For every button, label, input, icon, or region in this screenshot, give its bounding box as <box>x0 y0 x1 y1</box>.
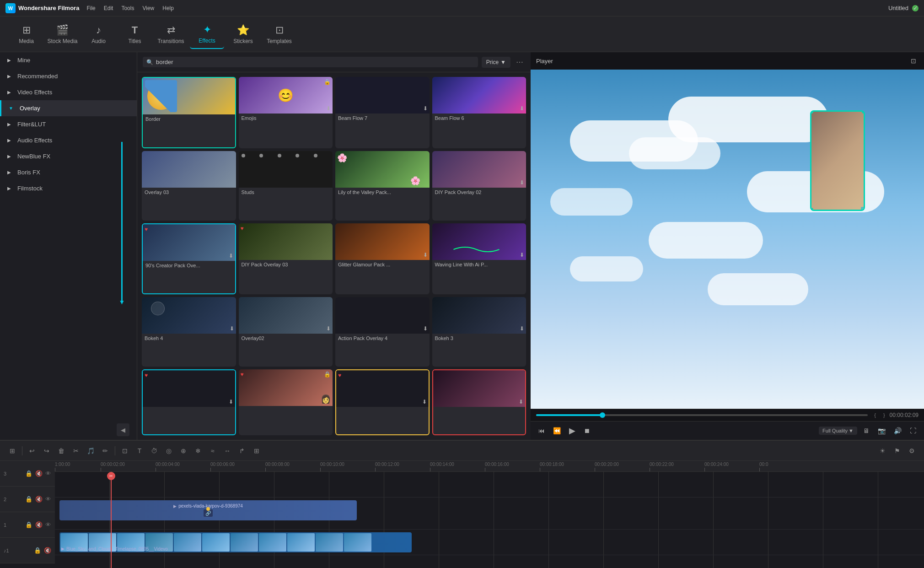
track-visible-button[interactable]: 👁 <box>45 470 51 477</box>
fullscreen-button[interactable]: ⛶ <box>908 426 919 436</box>
effect-card-waving[interactable]: ⬇ Waving Line With Ai P... <box>432 223 526 295</box>
search-input[interactable] <box>156 59 474 65</box>
effect-card-lily[interactable]: 🌸 🌸 Lily of the Valley Pack... <box>335 151 430 221</box>
effect-card-dark2[interactable]: ♥ ⬇ <box>335 369 430 435</box>
effect-card-glitter[interactable]: ⬇ Glitter Glamour Pack ... <box>335 223 430 295</box>
effect-card-diypack02[interactable]: ⬇ DIY Pack Overlay 02 <box>432 151 526 221</box>
sidebar-item-audio-effects[interactable]: ▶ Audio Effects <box>0 132 137 148</box>
split-button[interactable]: ✂ <box>69 444 83 457</box>
snapshot-button[interactable]: 📷 <box>876 426 888 436</box>
menu-tools[interactable]: Tools <box>121 5 134 11</box>
track-visible-button[interactable]: 👁 <box>45 496 51 503</box>
track-lock-button[interactable]: 🔒 <box>34 547 41 554</box>
effect-card-studs[interactable]: Studs <box>239 151 333 221</box>
collapse-panel-button[interactable]: ◀ <box>117 423 129 436</box>
playhead-handle[interactable]: ✂ <box>107 472 115 480</box>
track-lock-button[interactable]: 🔒 <box>25 496 32 503</box>
transform-button[interactable]: ⊕ <box>177 444 190 457</box>
arrow-icon: ▶ <box>7 90 11 95</box>
track-audio-button[interactable]: 🔇 <box>35 521 43 528</box>
effect-card-border[interactable]: Border <box>142 77 236 148</box>
redo-button[interactable]: ↪ <box>40 444 54 457</box>
effect-card-bokeh3[interactable]: ⬇ Bokeh 3 <box>432 297 526 367</box>
toolbar-effects[interactable]: ✦ Effects <box>190 20 224 49</box>
sidebar-item-recommended[interactable]: ▶ Recommended <box>0 68 137 84</box>
stabilize-button[interactable]: ◎ <box>162 444 176 457</box>
menu-help[interactable]: Help <box>162 5 174 11</box>
toolbar-stock-label: Stock Media <box>47 38 77 44</box>
track-lock-button[interactable]: 🔒 <box>25 470 32 477</box>
flag-button[interactable]: ⚑ <box>890 444 904 457</box>
play-button[interactable]: ▶ <box>567 424 578 437</box>
effect-card-dark1[interactable]: ♥ ⬇ <box>142 369 236 435</box>
phone-overlay[interactable] <box>810 110 865 211</box>
display-button[interactable]: 🖥 <box>861 426 872 436</box>
track-lock-button[interactable]: 🔒 <box>25 521 32 528</box>
toolbar-transitions[interactable]: ⇄ Transitions <box>154 20 188 49</box>
progress-thumb[interactable] <box>600 412 605 418</box>
track-audio-button[interactable]: 🔇 <box>44 547 51 554</box>
sidebar-item-filmstock[interactable]: ▶ Filmstock <box>0 180 137 196</box>
sidebar-item-overlay[interactable]: ▼ Overlay <box>0 100 137 116</box>
delete-button[interactable]: 🗑 <box>54 444 68 457</box>
multi-select-button[interactable]: ⊞ <box>250 444 263 457</box>
toolbar-media[interactable]: ⊞ Media <box>9 20 43 49</box>
menu-edit[interactable]: Edit <box>104 5 113 11</box>
menu-file[interactable]: File <box>86 5 95 11</box>
toolbar-audio[interactable]: ♪ Audio <box>81 20 116 49</box>
more-options-button[interactable]: ⋯ <box>514 56 525 68</box>
sidebar-item-filter-lut[interactable]: ▶ Filter&LUT <box>0 116 137 132</box>
quality-selector[interactable]: Full Quality ▼ <box>819 427 857 435</box>
effect-card-actionpack[interactable]: ⬇ Action Pack Overlay 4 <box>335 297 430 367</box>
track-label: 2 <box>4 497 6 502</box>
sidebar-item-boris[interactable]: ▶ Boris FX <box>0 164 137 180</box>
effect-card-pink[interactable]: ⬇ <box>432 369 526 435</box>
effect-card-bokeh4[interactable]: ⬇ Bokeh 4 <box>142 297 236 367</box>
effect-card-overlay03[interactable]: Overlay 03 <box>142 151 236 221</box>
audio-detach-button[interactable]: 🎵 <box>84 444 97 457</box>
effect-name: Lily of the Valley Pack... <box>335 188 430 197</box>
sidebar-item-video-effects[interactable]: ▶ Video Effects <box>0 84 137 100</box>
track-audio-button[interactable]: 🔇 <box>35 470 43 477</box>
forward-button[interactable]: ↱ <box>235 444 249 457</box>
progress-bar[interactable] <box>536 414 868 416</box>
audio-button[interactable]: 🔊 <box>892 426 904 436</box>
effect-card-overlay02b[interactable]: ⬇ Overlay02 <box>239 297 333 367</box>
playhead[interactable]: ✂ <box>111 472 112 568</box>
player-expand-button[interactable]: ⊡ <box>908 56 919 66</box>
settings-button[interactable]: ⚙ <box>905 444 919 457</box>
effect-card-woman[interactable]: ♥ 🔒 👩 <box>239 369 333 435</box>
stop-button[interactable]: ⏹ <box>581 426 592 436</box>
sidebar-item-newblue[interactable]: ▶ NewBlue FX <box>0 148 137 164</box>
pen-button[interactable]: ✏ <box>98 444 112 457</box>
effect-card-beam6[interactable]: ⬇ Beam Flow 6 <box>432 77 526 148</box>
toolbar-templates[interactable]: ⊡ Templates <box>262 20 296 49</box>
freeze-button[interactable]: ❄ <box>191 444 205 457</box>
toolbar-stock-media[interactable]: 🎬 Stock Media <box>45 20 80 49</box>
arrow-edit-button[interactable]: ↔ <box>220 444 234 457</box>
menu-view[interactable]: View <box>142 5 154 11</box>
effect-card-diypack03[interactable]: ♥ DIY Pack Overlay 03 <box>239 223 333 295</box>
step-back-button[interactable]: ⏪ <box>551 426 563 436</box>
video-clip-2[interactable]: ▶ pexels-vlada-karpov-d-9368974 🔗 <box>59 500 357 521</box>
track-audio-button[interactable]: 🔇 <box>35 496 43 503</box>
undo-button[interactable]: ↩ <box>25 444 39 457</box>
track-visible-button[interactable]: 👁 <box>45 521 51 528</box>
speed-button[interactable]: ⏱ <box>147 444 161 457</box>
download-icon: ⬇ <box>423 252 428 258</box>
brightness-button[interactable]: ☀ <box>876 444 889 457</box>
effect-card-creator90[interactable]: ♥ ⬇ 90's Creator Pack Ove... <box>142 223 236 295</box>
sidebar-item-mine[interactable]: ▶ Mine <box>0 52 137 68</box>
effect-name: Action Pack Overlay 4 <box>335 334 430 343</box>
toolbar-titles[interactable]: T Titles <box>118 20 152 49</box>
video-clip-1[interactable]: ▶ Blue_Sky_and_Clouds_Timelapse_0895__Vi… <box>59 532 412 552</box>
effect-card-emojis[interactable]: 🔒 😊 ⬇ Emojis <box>239 77 333 148</box>
price-filter-button[interactable]: Price ▼ <box>482 57 510 68</box>
skip-back-button[interactable]: ⏮ <box>536 426 547 436</box>
split-view-button[interactable]: ⊞ <box>5 444 19 457</box>
text-button[interactable]: T <box>133 444 146 457</box>
crop-button[interactable]: ⊡ <box>118 444 132 457</box>
toolbar-stickers[interactable]: ⭐ Stickers <box>226 20 260 49</box>
ripple-button[interactable]: ≈ <box>206 444 220 457</box>
effect-card-beam7[interactable]: ⬇ Beam Flow 7 <box>335 77 430 148</box>
